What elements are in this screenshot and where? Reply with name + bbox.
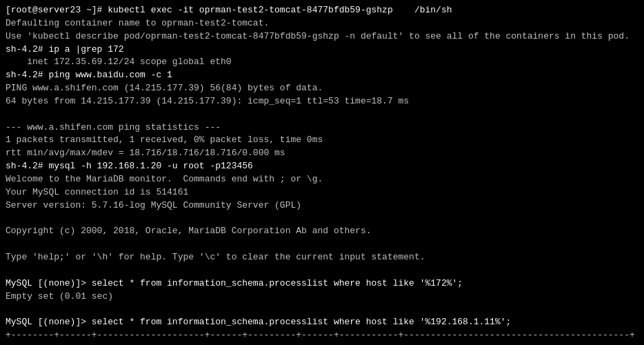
line-20: Type 'help;' or '\h' for help. Type '\c'… bbox=[6, 251, 638, 264]
line-14: Welcome to the MariaDB monitor. Commands… bbox=[6, 173, 638, 186]
line-11: 1 packets transmitted, 1 received, 0% pa… bbox=[6, 134, 638, 147]
line-1: [root@server23 ~]# kubectl exec -it oprm… bbox=[6, 4, 638, 17]
line-5: inet 172.35.69.12/24 scope global eth0 bbox=[6, 56, 638, 69]
line-15: Your MySQL connection id is 514161 bbox=[6, 186, 638, 199]
line-10: --- www.a.shifen.com ping statistics --- bbox=[6, 121, 638, 135]
line-9 bbox=[6, 108, 638, 121]
line-17 bbox=[6, 213, 638, 226]
line-22: MySQL [(none)]> select * from informatio… bbox=[6, 277, 638, 290]
terminal: [root@server23 ~]# kubectl exec -it oprm… bbox=[6, 4, 638, 341]
line-6: sh-4.2# ping www.baidu.com -c 1 bbox=[6, 69, 638, 82]
line-18: Copyright (c) 2000, 2018, Oracle, MariaD… bbox=[6, 225, 638, 238]
line-12: rtt min/avg/max/mdev = 18.716/18.716/18.… bbox=[6, 147, 638, 160]
line-16: Server version: 5.7.16-log MySQL Communi… bbox=[6, 199, 638, 213]
line-2: Defaulting container name to oprman-test… bbox=[6, 17, 638, 30]
line-26: +--------+------+--------------------+--… bbox=[6, 329, 638, 341]
line-8: 64 bytes from 14.215.177.39 (14.215.177.… bbox=[6, 95, 638, 108]
line-13: sh-4.2# mysql -h 192.168.1.20 -u root -p… bbox=[6, 160, 638, 173]
line-21 bbox=[6, 264, 638, 277]
line-7: PING www.a.shifen.com (14.215.177.39) 56… bbox=[6, 82, 638, 95]
line-3: Use 'kubectl describe pod/oprman-test2-t… bbox=[6, 30, 638, 43]
line-24 bbox=[6, 303, 638, 316]
line-19 bbox=[6, 238, 638, 251]
line-25: MySQL [(none)]> select * from informatio… bbox=[6, 316, 638, 329]
line-23: Empty set (0.01 sec) bbox=[6, 290, 638, 304]
line-4: sh-4.2# ip a |grep 172 bbox=[6, 43, 638, 57]
